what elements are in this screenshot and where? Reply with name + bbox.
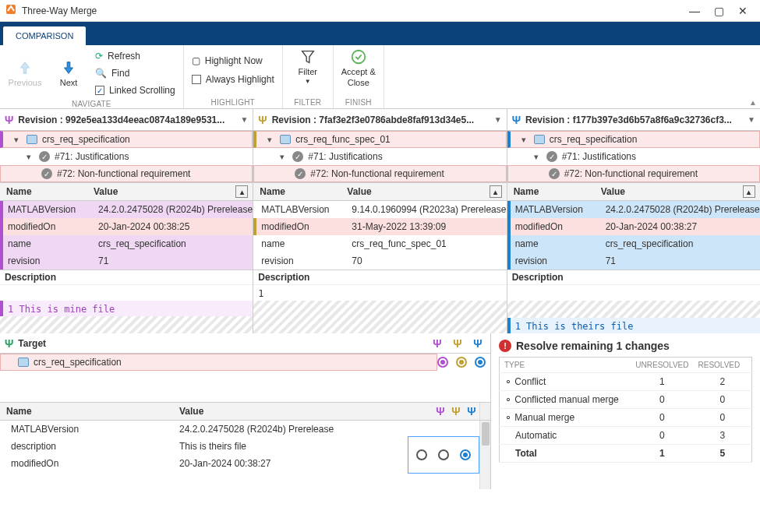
scrollbar[interactable] <box>479 421 490 489</box>
tree-item[interactable]: ▾✓#71: Justifications <box>0 148 253 165</box>
pick-mine-icon[interactable]: Ψ <box>433 405 448 417</box>
pick-theirs-icon[interactable]: Ψ <box>464 405 479 417</box>
file-icon <box>280 135 291 144</box>
pick-theirs-icon[interactable]: Ψ <box>470 337 486 350</box>
table-row[interactable]: ⚬ Manual merge00 <box>500 409 752 427</box>
alert-icon: ! <box>499 340 511 352</box>
collapse-icon[interactable]: ▴ <box>743 185 755 198</box>
prop-row[interactable]: revision71 <box>507 252 760 270</box>
prop-row[interactable]: namecrs_req_specification <box>507 235 760 252</box>
target-header: Ψ Target Ψ Ψ Ψ <box>0 333 490 354</box>
prop-row[interactable]: MATLABVersion9.14.0.1960994 (R2023a) Pre… <box>253 201 506 218</box>
check-badge-icon: ✓ <box>546 151 557 162</box>
prop-row[interactable]: modifiedOn20-Jan-2024 00:38:27 <box>0 455 408 472</box>
group-filter: FILTER <box>291 97 325 107</box>
radio-mine[interactable] <box>416 449 427 460</box>
pick-mine-icon[interactable]: Ψ <box>429 337 445 350</box>
filter-icon <box>299 48 316 65</box>
prop-row[interactable]: revision71 <box>0 252 253 270</box>
arrow-down-icon <box>60 59 77 76</box>
check-badge-icon: ✓ <box>295 168 306 179</box>
always-highlight-toggle[interactable]: Always Highlight <box>192 72 274 87</box>
refresh-icon: ⟳ <box>95 51 103 62</box>
prop-row[interactable]: MATLABVersion24.2.0.2475028 (R2024b) Pre… <box>0 201 253 218</box>
highlight-icon: ▢ <box>192 55 200 66</box>
radio-theirs[interactable] <box>475 357 486 368</box>
close-button[interactable]: ✕ <box>738 5 748 17</box>
check-circle-icon <box>350 48 367 65</box>
tab-comparison[interactable]: COMPARISON <box>3 26 86 45</box>
description-base: 1 <box>253 285 506 301</box>
prop-row[interactable]: modifiedOn20-Jan-2024 00:38:25 <box>0 218 253 235</box>
desc-header: Description <box>253 270 506 285</box>
toolstrip: Previous Next ⟳Refresh 🔍Find Linked Scro… <box>0 45 760 109</box>
prop-row[interactable]: namecrs_req_specification <box>0 235 253 252</box>
description-mine: 1 This is mine file <box>0 301 253 316</box>
prop-row[interactable]: revision70 <box>253 252 506 270</box>
revision-bar: Ψ Revision : 992e5ea133d4eeac0874a189e95… <box>0 109 760 131</box>
revision-base[interactable]: Ψ Revision : 7faf3e2f3e0786abde8faf913d3… <box>253 109 507 130</box>
accept-close-button[interactable]: Accept & Close <box>341 48 376 87</box>
revision-mine[interactable]: Ψ Revision : 992e5ea133d4eeac0874a189e95… <box>0 109 253 130</box>
tree-root-base[interactable]: ▾crs_req_func_spec_01 <box>253 131 506 148</box>
table-row-total: Total15 <box>500 445 752 463</box>
mine-icon: Ψ <box>5 114 13 126</box>
chevron-down-icon[interactable]: ▼ <box>748 115 755 124</box>
linked-scrolling-toggle[interactable]: Linked Scrolling <box>95 83 175 98</box>
highlight-now-button[interactable]: ▢Highlight Now <box>192 53 274 69</box>
filter-button[interactable]: Filter ▼ <box>291 48 325 85</box>
resolve-table: TYPEUNRESOLVEDRESOLVED ⚬ Conflict12 ⚬ Co… <box>499 357 752 463</box>
prop-row[interactable]: MATLABVersion24.2.0.2475028 (R2024b) Pre… <box>507 201 760 218</box>
next-button[interactable]: Next <box>51 59 86 87</box>
tree-item[interactable]: ▾✓#71: Justifications <box>253 148 506 165</box>
find-button[interactable]: 🔍Find <box>95 65 175 81</box>
revision-theirs[interactable]: Ψ Revision : f177b397e3d6b57a8f6a9c32736… <box>507 109 760 130</box>
minimize-button[interactable]: — <box>689 5 700 17</box>
table-row[interactable]: ⚬ Conflicted manual merge00 <box>500 391 752 409</box>
tree-item[interactable]: ✓#72: Non-functional requirement <box>253 165 506 182</box>
tree-root-theirs[interactable]: ▾crs_req_specification <box>507 131 760 148</box>
prop-row[interactable]: descriptionThis is theirs file <box>0 438 408 455</box>
tree-root-mine[interactable]: ▾crs_req_specification <box>0 131 253 148</box>
collapse-icon[interactable]: ▴ <box>235 185 248 198</box>
table-row[interactable]: Automatic03 <box>500 427 752 445</box>
target-icon: Ψ <box>5 337 13 350</box>
table-row[interactable]: ⚬ Conflict12 <box>500 373 752 391</box>
group-finish: FINISH <box>341 97 376 107</box>
col-value: Value <box>179 406 433 417</box>
tree-item[interactable]: ▾✓#71: Justifications <box>507 148 760 165</box>
arrow-up-icon <box>16 59 34 76</box>
props-base: NameValue▴ MATLABVersion9.14.0.1960994 (… <box>253 182 507 333</box>
collapse-toolstrip-icon[interactable]: ▲ <box>749 98 757 107</box>
file-icon <box>27 135 37 144</box>
radio-mine[interactable] <box>437 357 448 368</box>
tree-item[interactable]: ✓#72: Non-functional requirement <box>507 165 760 182</box>
prop-row[interactable]: modifiedOn31-May-2022 13:39:09 <box>253 218 506 235</box>
svg-point-1 <box>352 51 366 64</box>
search-icon: 🔍 <box>95 68 107 79</box>
tree-item[interactable]: ✓#72: Non-functional requirement <box>0 165 253 182</box>
check-badge-icon: ✓ <box>39 151 50 162</box>
hatch-fill <box>0 316 253 333</box>
radio-base[interactable] <box>456 357 467 368</box>
prop-row[interactable]: namecrs_req_func_spec_01 <box>253 235 506 252</box>
pick-base-icon[interactable]: Ψ <box>450 337 465 350</box>
chevron-down-icon[interactable]: ▼ <box>494 115 502 124</box>
target-tree-root[interactable]: crs_req_specification <box>0 354 437 371</box>
chevron-down-icon[interactable]: ▼ <box>240 115 248 124</box>
title-bar: Three-Way Merge — ▢ ✕ <box>0 0 760 22</box>
prop-row[interactable]: MATLABVersion24.2.0.2475028 (R2024b) Pre… <box>0 421 408 438</box>
refresh-button[interactable]: ⟳Refresh <box>95 48 175 64</box>
radio-theirs[interactable] <box>460 449 471 460</box>
group-navigate: NAVIGATE <box>8 98 175 108</box>
prop-row[interactable]: modifiedOn20-Jan-2024 00:38:27 <box>507 218 760 235</box>
check-badge-icon: ✓ <box>41 168 52 179</box>
maximize-button[interactable]: ▢ <box>714 5 724 17</box>
checkbox-icon <box>192 75 201 84</box>
description-theirs: 1 This is theirs file <box>507 318 760 333</box>
manual-merge-icon: ⚬ <box>504 412 512 423</box>
col-name: Name <box>0 186 94 197</box>
collapse-icon[interactable]: ▴ <box>490 185 502 198</box>
pick-base-icon[interactable]: Ψ <box>448 405 464 417</box>
radio-base[interactable] <box>438 449 449 460</box>
